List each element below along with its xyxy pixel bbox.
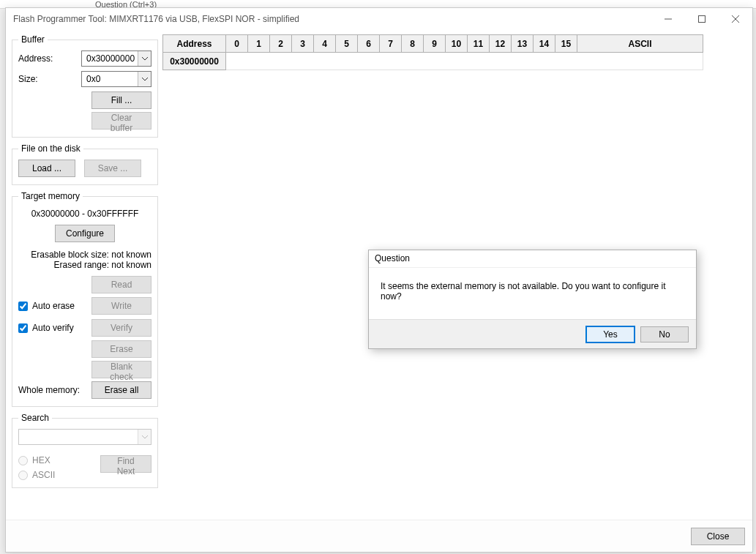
search-hex-radio[interactable]: HEX (18, 455, 55, 465)
row-address: 0x30000000 (163, 53, 226, 70)
write-button[interactable]: Write (91, 297, 151, 315)
erase-button[interactable]: Erase (91, 340, 151, 358)
col-12: 12 (490, 35, 512, 53)
erased-range-info: Erased range: not known (18, 260, 151, 270)
ascii-radio-label: ASCII (32, 470, 55, 480)
configure-button[interactable]: Configure (55, 225, 115, 242)
search-combo[interactable] (18, 429, 151, 445)
close-button[interactable]: Close (691, 528, 745, 545)
auto-erase-label: Auto erase (32, 301, 75, 311)
size-label: Size: (18, 74, 81, 84)
search-input[interactable] (18, 429, 151, 445)
main-window: Flash Programmer Tool: MIMXRT1176 via US… (5, 7, 753, 553)
col-6: 6 (358, 35, 380, 53)
col-2: 2 (270, 35, 292, 53)
close-window-button[interactable] (719, 8, 752, 30)
buffer-group: Buffer Address: Size: (12, 34, 158, 138)
table-row: 0x30000000 (163, 53, 703, 70)
chevron-down-icon[interactable] (138, 72, 151, 86)
dialog-message: It seems the external memory is not avai… (369, 268, 696, 319)
col-14: 14 (534, 35, 555, 53)
maximize-button[interactable] (685, 8, 719, 30)
erase-all-button[interactable]: Erase all (91, 381, 151, 399)
col-4: 4 (314, 35, 336, 53)
chevron-down-icon[interactable] (138, 430, 151, 444)
maximize-icon (698, 15, 706, 23)
titlebar: Flash Programmer Tool: MIMXRT1176 via US… (6, 8, 752, 30)
col-1: 1 (248, 35, 270, 53)
col-10: 10 (446, 35, 468, 53)
search-ascii-radio[interactable]: ASCII (18, 470, 55, 480)
search-legend: Search (18, 413, 52, 423)
dialog-caption: Question (369, 250, 696, 268)
col-0: 0 (226, 35, 248, 53)
auto-verify-checkbox[interactable]: Auto verify (18, 318, 86, 337)
blank-check-button[interactable]: Blank check (91, 361, 151, 378)
minimize-button[interactable] (651, 8, 685, 30)
clear-buffer-button[interactable]: Clear buffer (91, 112, 151, 130)
dialog-yes-button[interactable]: Yes (586, 326, 635, 342)
col-3: 3 (292, 35, 314, 53)
buffer-legend: Buffer (18, 34, 48, 45)
fill-button[interactable]: Fill ... (91, 91, 151, 109)
col-5: 5 (336, 35, 358, 53)
col-9: 9 (424, 35, 446, 53)
col-13: 13 (512, 35, 534, 53)
read-button[interactable]: Read (91, 276, 151, 293)
question-dialog: Question It seems the external memory is… (368, 250, 697, 349)
address-label: Address: (18, 53, 81, 64)
erasable-block-info: Erasable block size: not known (18, 250, 151, 260)
hex-table: Address 0 1 2 3 4 5 6 7 8 9 10 11 12 (162, 34, 703, 70)
col-address: Address (163, 35, 226, 53)
search-group: Search HEX ASCII Find Next (12, 413, 158, 488)
dialog-no-button[interactable]: No (640, 326, 689, 342)
footer: Close (6, 520, 752, 552)
target-group: Target memory 0x30000000 - 0x30FFFFFF Co… (12, 191, 158, 407)
save-button[interactable]: Save ... (84, 160, 141, 177)
auto-erase-checkbox[interactable]: Auto erase (18, 296, 86, 315)
col-ascii: ASCII (577, 35, 703, 53)
window-title: Flash Programmer Tool: MIMXRT1176 via US… (13, 14, 299, 24)
minimize-icon (665, 15, 672, 23)
col-8: 8 (402, 35, 424, 53)
svg-rect-1 (699, 16, 706, 23)
file-legend: File on the disk (18, 143, 83, 154)
close-icon (732, 15, 739, 23)
whole-memory-label: Whole memory: (18, 385, 86, 395)
target-legend: Target memory (18, 191, 83, 201)
file-group: File on the disk Load ... Save ... (12, 143, 158, 185)
address-combo[interactable] (81, 50, 151, 67)
col-11: 11 (468, 35, 490, 53)
auto-verify-label: Auto verify (32, 323, 74, 333)
hex-radio-label: HEX (32, 455, 50, 465)
col-15: 15 (555, 35, 577, 53)
load-button[interactable]: Load ... (18, 160, 75, 177)
row-empty (226, 53, 703, 70)
find-next-button[interactable]: Find Next (100, 455, 151, 473)
verify-button[interactable]: Verify (91, 319, 151, 337)
chevron-down-icon[interactable] (138, 51, 151, 66)
target-range: 0x30000000 - 0x30FFFFFF (18, 209, 151, 219)
size-combo[interactable] (81, 71, 151, 87)
col-7: 7 (380, 35, 402, 53)
